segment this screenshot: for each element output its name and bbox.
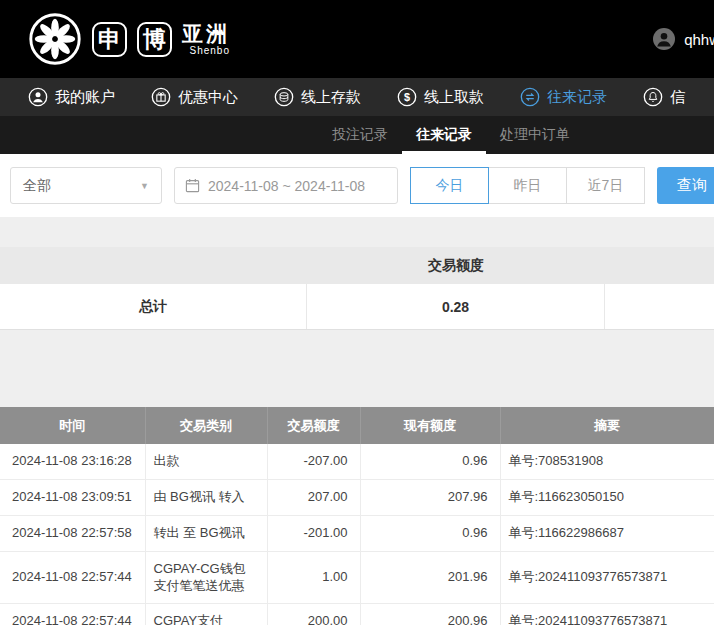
logo-char-shen: 申 (92, 22, 127, 57)
cell-amount: 1.00 (267, 551, 360, 604)
deposit-coins-icon (274, 87, 294, 107)
records-table: 时间 交易类别 交易额度 现有额度 摘要 2024-11-08 23:16:28… (0, 407, 714, 625)
cell-balance: 207.96 (360, 479, 500, 515)
table-row: 2024-11-08 23:16:28 出款 -207.00 0.96 单号:7… (0, 444, 714, 479)
summary-total-label: 总计 (0, 284, 307, 329)
tab-betting-records[interactable]: 投注记录 (318, 116, 402, 154)
summary-section: 交易额度 总计 0.28 (0, 247, 714, 330)
user-avatar-icon (652, 27, 676, 51)
date-range-picker[interactable]: 2024-11-08 ~ 2024-11-08 (174, 167, 398, 204)
cell-type: 出款 (145, 444, 267, 479)
sub-nav: 投注记录 往来记录 处理中订单 (0, 116, 714, 154)
summary-header-label: 交易额度 (307, 257, 605, 275)
summary-total-row: 总计 0.28 (0, 284, 714, 330)
cell-amount: -201.00 (267, 515, 360, 551)
date-range-value: 2024-11-08 ~ 2024-11-08 (208, 178, 365, 194)
chevron-down-icon: ▼ (140, 181, 149, 191)
cell-type: 由 BG视讯 转入 (145, 479, 267, 515)
logo-region: 亚洲 Shenbo (182, 22, 230, 56)
section-spacer-2 (0, 330, 714, 407)
nav-label: 优惠中心 (178, 88, 238, 107)
bell-icon (643, 87, 663, 107)
filter-bar: 全部 ▼ 2024-11-08 ~ 2024-11-08 今日 昨日 近7日 查… (0, 154, 714, 217)
col-header-amount: 交易额度 (267, 407, 360, 444)
cell-balance: 0.96 (360, 515, 500, 551)
username-label: qhhw (684, 31, 714, 48)
cell-time: 2024-11-08 23:09:51 (0, 479, 145, 515)
col-header-summary: 摘要 (500, 407, 714, 444)
nav-label: 信 (670, 88, 685, 107)
cell-summary: 单号:202411093776573871 (500, 551, 714, 604)
cell-summary: 单号:116623050150 (500, 479, 714, 515)
today-button[interactable]: 今日 (410, 167, 489, 204)
cell-type: CGPAY-CG钱包支付笔笔送优惠 (145, 551, 267, 604)
nav-item-promotions[interactable]: 优惠中心 (151, 87, 238, 107)
cell-time: 2024-11-08 22:57:44 (0, 604, 145, 625)
table-header-row: 时间 交易类别 交易额度 现有额度 摘要 (0, 407, 714, 444)
col-header-balance: 现有额度 (360, 407, 500, 444)
cell-amount: 207.00 (267, 479, 360, 515)
logo-region-en: Shenbo (190, 45, 230, 56)
quick-date-button-group: 今日 昨日 近7日 (410, 167, 645, 204)
nav-item-online-withdrawal[interactable]: $ 线上取款 (397, 87, 484, 107)
lotus-flower-logo-icon (28, 12, 82, 66)
cell-summary: 单号:202411093776573871 (500, 604, 714, 625)
nav-item-online-deposit[interactable]: 线上存款 (274, 87, 361, 107)
cell-time: 2024-11-08 23:16:28 (0, 444, 145, 479)
nav-label: 线上取款 (424, 88, 484, 107)
cell-balance: 201.96 (360, 551, 500, 604)
col-header-type: 交易类别 (145, 407, 267, 444)
gift-icon (151, 87, 171, 107)
nav-label: 往来记录 (547, 88, 607, 107)
type-filter-value: 全部 (23, 177, 51, 195)
summary-total-value: 0.28 (307, 284, 605, 329)
user-icon (28, 87, 48, 107)
cell-balance: 0.96 (360, 444, 500, 479)
summary-header-row: 交易额度 (0, 247, 714, 284)
cell-time: 2024-11-08 22:57:44 (0, 551, 145, 604)
search-button[interactable]: 查询 (657, 167, 714, 204)
col-header-time: 时间 (0, 407, 145, 444)
withdraw-dollar-icon: $ (397, 87, 417, 107)
main-nav: 我的账户 优惠中心 线上存款 $ 线上取款 往来记录 (0, 78, 714, 116)
nav-label: 线上存款 (301, 88, 361, 107)
cell-summary: 单号:708531908 (500, 444, 714, 479)
cell-balance: 200.96 (360, 604, 500, 625)
table-row: 2024-11-08 22:57:44 CGPAY-CG钱包支付笔笔送优惠 1.… (0, 551, 714, 604)
user-account-button[interactable]: qhhw (652, 27, 714, 51)
tab-processing-orders[interactable]: 处理中订单 (486, 116, 584, 154)
summary-empty-cell (605, 284, 714, 329)
section-spacer (0, 217, 714, 247)
cell-type: CGPAY支付 (145, 604, 267, 625)
yesterday-button[interactable]: 昨日 (488, 167, 567, 204)
cell-type: 转出 至 BG视讯 (145, 515, 267, 551)
logo-region-cn: 亚洲 (182, 22, 230, 45)
logo-char-bo: 博 (137, 22, 172, 57)
nav-item-messages[interactable]: 信 (643, 87, 685, 107)
records-table-body: 2024-11-08 23:16:28 出款 -207.00 0.96 单号:7… (0, 444, 714, 625)
tab-transaction-records[interactable]: 往来记录 (402, 116, 486, 154)
nav-item-my-account[interactable]: 我的账户 (28, 87, 115, 107)
svg-text:$: $ (404, 91, 410, 103)
cell-summary: 单号:116622986687 (500, 515, 714, 551)
last-7-days-button[interactable]: 近7日 (566, 167, 645, 204)
table-row: 2024-11-08 23:09:51 由 BG视讯 转入 207.00 207… (0, 479, 714, 515)
top-header: 申 博 亚洲 Shenbo qhhw (0, 0, 714, 78)
cell-time: 2024-11-08 22:57:58 (0, 515, 145, 551)
cell-amount: 200.00 (267, 604, 360, 625)
table-row: 2024-11-08 22:57:44 CGPAY支付 200.00 200.9… (0, 604, 714, 625)
cell-amount: -207.00 (267, 444, 360, 479)
nav-label: 我的账户 (55, 88, 115, 107)
transfer-records-icon (520, 87, 540, 107)
table-row: 2024-11-08 22:57:58 转出 至 BG视讯 -201.00 0.… (0, 515, 714, 551)
type-filter-select[interactable]: 全部 ▼ (10, 167, 162, 204)
calendar-icon (185, 178, 200, 193)
nav-item-transaction-records[interactable]: 往来记录 (520, 87, 607, 107)
site-logo[interactable]: 申 博 亚洲 Shenbo (28, 12, 230, 66)
